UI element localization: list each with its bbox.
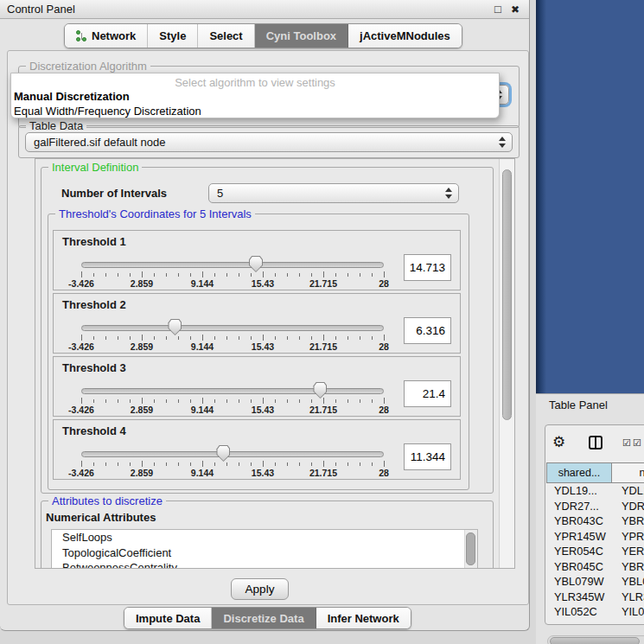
table-cell[interactable]: YDR27 <box>612 499 644 514</box>
attribute-item-betweennesscentrality[interactable]: BetweennessCentrality <box>52 560 477 569</box>
number-of-intervals-combo[interactable]: 5 <box>208 183 459 203</box>
table-cell[interactable]: YIL05 <box>612 604 644 620</box>
table-cell[interactable]: YBR04 <box>612 559 644 575</box>
table-cell[interactable]: YER05 <box>612 544 644 559</box>
bottom-tab-strip: Impute Data Discretize Data Infer Networ… <box>124 607 411 629</box>
algorithm-option-manual[interactable]: Manual Discretization <box>14 90 492 103</box>
table-cell[interactable]: YDR27... <box>546 499 612 514</box>
threshold-1-label: Threshold 1 <box>62 235 126 248</box>
network-tree-icon <box>76 30 87 42</box>
table-rows: YDL19...YDL19YDR27...YDR27YBR043CYBR04YP… <box>546 483 644 620</box>
control-panel-window: Control Panel □ ✖ Network Style Select C… <box>0 0 530 631</box>
algorithm-popup-hint: Select algorithm to view settings <box>11 76 499 89</box>
settings-scrollbar-track[interactable] <box>499 159 514 568</box>
settings-scroll-viewport: Interval Definition Number of Intervals … <box>35 158 515 569</box>
slider-tick-marks <box>81 461 384 468</box>
table-row[interactable]: YBR045CYBR04 <box>546 559 644 575</box>
algorithm-dropdown-popup: Select algorithm to view settings Manual… <box>10 73 500 118</box>
node-attribute-table: shared... na YDL19...YDL19YDR27...YDR27Y… <box>546 462 644 605</box>
table-cell[interactable]: YER054C <box>546 544 612 559</box>
threshold-1-slider-track[interactable] <box>81 262 384 268</box>
threshold-3-label: Threshold 3 <box>62 361 126 374</box>
thresholds-group-title: Threshold's Coordinates for 5 Intervals <box>55 207 255 220</box>
table-cell[interactable]: YBL079W <box>546 574 612 590</box>
table-cell[interactable]: YBR043C <box>546 513 612 529</box>
table-row[interactable]: YIL052CYIL05 <box>546 604 644 620</box>
attributes-group-title: Attributes to discretize <box>48 494 166 507</box>
cytoscape-desktop: GAL80GACGAL11GAL4GCY1HHAP2 <box>536 0 644 393</box>
list-scrollbar-track[interactable] <box>464 530 477 569</box>
column-header-shared-name[interactable]: shared... <box>546 462 612 483</box>
control-panel-title: Control Panel <box>7 0 75 19</box>
tab-jactivemnodules[interactable]: jActiveMNodules <box>348 24 462 48</box>
control-panel-titlebar: Control Panel □ ✖ <box>0 0 529 19</box>
threshold-1-value-field[interactable] <box>404 254 451 281</box>
gear-icon[interactable]: ⚙ <box>552 433 565 450</box>
apply-button[interactable]: Apply <box>231 578 289 600</box>
tab-discretize-data[interactable]: Discretize Data <box>212 608 316 628</box>
threshold-2-slider-thumb[interactable] <box>168 319 182 335</box>
tab-select[interactable]: Select <box>198 24 254 48</box>
column-header-name[interactable]: na <box>612 462 644 483</box>
table-hscrollbar-track[interactable] <box>547 635 644 644</box>
checkbox-icon[interactable]: ☑ <box>633 437 641 449</box>
algorithm-option-equal-width[interactable]: Equal Width/Frequency Discretization <box>14 105 492 118</box>
settings-scrollbar-thumb[interactable] <box>502 169 512 420</box>
slider-scale-labels: -3.4262.8599.14415.4321.71528 <box>81 278 384 289</box>
table-cell[interactable]: YIL052C <box>546 604 612 620</box>
table-cell[interactable]: YBR04 <box>612 513 644 529</box>
attribute-item-selfloops[interactable]: SelfLoops <box>52 530 477 545</box>
table-panel-title: Table Panel <box>549 399 608 411</box>
screen: Control Panel □ ✖ Network Style Select C… <box>0 0 644 644</box>
attribute-item-topologicalcoefficient[interactable]: TopologicalCoefficient <box>52 545 477 561</box>
threshold-4-panel: Threshold 4 -3.4262.8599.14415.4321.7152… <box>53 419 461 480</box>
close-window-icon[interactable]: ✖ <box>508 2 522 17</box>
table-row[interactable]: YPR145WYPR14 <box>546 529 644 545</box>
table-cell[interactable]: YPR14 <box>612 529 644 545</box>
table-header-row: shared... na <box>546 462 644 483</box>
tab-infer-network[interactable]: Infer Network <box>316 608 411 628</box>
tab-style[interactable]: Style <box>148 24 198 48</box>
threshold-2-panel: Threshold 2 -3.4262.8599.14415.4321.7152… <box>53 293 461 354</box>
threshold-3-panel: Threshold 3 -3.4262.8599.14415.4321.7152… <box>53 356 461 417</box>
threshold-3-slider-thumb[interactable] <box>313 382 327 399</box>
threshold-2-slider-track[interactable] <box>81 325 384 331</box>
column-layout-icon[interactable] <box>589 436 603 450</box>
table-row[interactable]: YBR043CYBR04 <box>546 513 644 529</box>
table-cell[interactable]: YLR345W <box>546 590 612 605</box>
threshold-1-panel: Threshold 1 -3.4262.8599.14415.4321.7152… <box>53 230 461 290</box>
threshold-4-value-field[interactable] <box>404 443 451 470</box>
threshold-3-slider-track[interactable] <box>81 388 384 394</box>
tab-impute-data[interactable]: Impute Data <box>124 608 212 628</box>
table-hscrollbar-thumb[interactable] <box>550 637 640 644</box>
table-data-group-title: Table Data <box>26 119 86 132</box>
table-row[interactable]: YER054CYER05 <box>546 544 644 559</box>
slider-tick-marks <box>81 398 384 405</box>
threshold-4-slider-track[interactable] <box>81 451 384 457</box>
checkbox-icon[interactable]: ☑ <box>622 437 631 449</box>
table-cell[interactable]: YPR145W <box>546 529 612 545</box>
threshold-2-value-field[interactable] <box>404 317 451 344</box>
table-cell[interactable]: YLR34 <box>612 590 644 605</box>
float-window-icon[interactable]: □ <box>491 2 505 17</box>
table-cell[interactable]: YDL19 <box>612 483 644 499</box>
threshold-4-slider-thumb[interactable] <box>216 445 230 462</box>
slider-tick-marks <box>81 271 384 278</box>
numerical-attributes-heading: Numerical Attributes <box>46 511 156 524</box>
tab-network-label: Network <box>92 29 136 42</box>
discretization-algorithm-group-title: Discretization Algorithm <box>26 60 150 73</box>
table-data-combo[interactable]: galFiltered.sif default node <box>25 132 513 152</box>
threshold-3-value-field[interactable] <box>404 380 451 407</box>
tab-network[interactable]: Network <box>65 24 148 48</box>
top-tab-strip: Network Style Select Cyni Toolbox jActiv… <box>64 23 462 48</box>
table-row[interactable]: YLR345WYLR34 <box>546 590 644 605</box>
table-cell[interactable]: YBL07 <box>612 574 644 590</box>
table-row[interactable]: YDR27...YDR27 <box>546 499 644 514</box>
table-row[interactable]: YBL079WYBL07 <box>546 574 644 590</box>
table-row[interactable]: YDL19...YDL19 <box>546 483 644 499</box>
tab-cyni-toolbox[interactable]: Cyni Toolbox <box>255 24 348 48</box>
table-cell[interactable]: YBR045C <box>546 559 612 575</box>
threshold-1-slider-thumb[interactable] <box>249 256 263 272</box>
list-scrollbar-thumb[interactable] <box>466 532 475 565</box>
table-cell[interactable]: YDL19... <box>546 483 612 499</box>
